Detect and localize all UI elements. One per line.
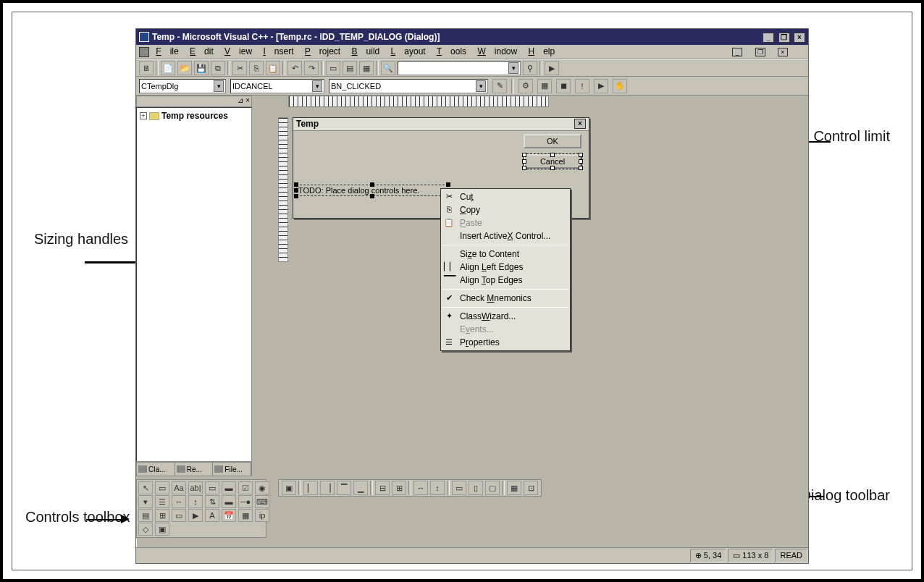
minimize-button[interactable]: _: [763, 33, 774, 43]
mdi-minimize-button[interactable]: _: [732, 48, 742, 56]
menu-build[interactable]: Build: [352, 46, 380, 56]
open-button[interactable]: 📂: [177, 61, 192, 75]
resource-tree[interactable]: + Temp resources: [136, 107, 252, 462]
tree-root-node[interactable]: + Temp resources: [140, 111, 248, 121]
menu-copy[interactable]: ⎘Copy: [441, 203, 570, 216]
mdi-system-icon[interactable]: [139, 47, 149, 57]
toolbox-combobox[interactable]: ▾: [138, 495, 153, 508]
output-button[interactable]: ▤: [343, 61, 357, 75]
save-button[interactable]: 💾: [194, 61, 209, 75]
undo-button[interactable]: ↶: [287, 61, 302, 75]
toolbox-spin[interactable]: ⇅: [205, 495, 219, 508]
paste-button[interactable]: 📋: [266, 61, 280, 75]
toolbox-tab[interactable]: ▭: [172, 509, 186, 522]
toolbox-list[interactable]: ▤: [138, 509, 153, 522]
same-size-button[interactable]: ▢: [485, 481, 500, 495]
menu-align-top[interactable]: ▔▔Align Top Edges: [441, 274, 570, 287]
find-button[interactable]: 🔍: [381, 61, 395, 75]
toolbox-checkbox[interactable]: ☑: [238, 481, 253, 494]
toolbox-ip[interactable]: ip: [255, 509, 269, 522]
new-text-button[interactable]: 🗎: [139, 61, 154, 75]
go-debug-button[interactable]: ▶: [594, 79, 608, 93]
cancel-button[interactable]: Cancel: [524, 154, 581, 169]
toggle-grid-button[interactable]: ▦: [507, 481, 521, 495]
menu-file[interactable]: File: [156, 46, 178, 56]
toolbox-picture[interactable]: ▭: [155, 481, 169, 494]
title-bar[interactable]: Temp - Microsoft Visual C++ - [Temp.rc -…: [136, 29, 808, 45]
horizontal-ruler[interactable]: [288, 96, 549, 107]
center-horz-button[interactable]: ⊞: [392, 481, 406, 495]
toolbox-custom[interactable]: ◇: [138, 523, 153, 536]
space-across-button[interactable]: ↔: [413, 481, 428, 495]
menu-project[interactable]: Project: [305, 46, 340, 56]
align-left-button[interactable]: ▏: [303, 481, 318, 495]
vertical-ruler[interactable]: [278, 117, 288, 262]
toolbox-listbox[interactable]: ☰: [155, 495, 169, 508]
menu-properties[interactable]: ☰Properties: [441, 336, 570, 349]
toolbox-vscroll[interactable]: ↕: [188, 495, 203, 508]
expand-icon[interactable]: +: [140, 112, 147, 119]
tab-resourceview[interactable]: Re...: [175, 463, 214, 476]
toolbox-button[interactable]: ▬: [222, 481, 236, 494]
dialog-titlebar[interactable]: Temp ×: [293, 118, 589, 131]
workspace-handle[interactable]: ⊿ ×: [136, 96, 252, 107]
execute-button[interactable]: !: [575, 79, 589, 93]
compile-button[interactable]: ⚙: [518, 79, 533, 93]
toolbox-animate[interactable]: ▶: [188, 509, 203, 522]
same-width-button[interactable]: ▭: [452, 481, 466, 495]
menu-check-mnemonics[interactable]: ✔Check Mnemonics: [441, 292, 570, 305]
menu-events[interactable]: Events...: [441, 323, 570, 336]
mdi-restore-button[interactable]: ❐: [755, 48, 765, 56]
build-button[interactable]: ▦: [537, 79, 552, 93]
toolbox-group[interactable]: ▭: [205, 481, 219, 494]
redo-button[interactable]: ↷: [304, 61, 319, 75]
align-top-button[interactable]: ▔: [337, 481, 351, 495]
toolbox-static[interactable]: Aa: [172, 481, 186, 494]
toolbox-hotkey[interactable]: ⌨: [255, 495, 269, 508]
toolbox-datetime[interactable]: 📅: [222, 509, 236, 522]
toolbox-slider[interactable]: ─●: [238, 495, 253, 508]
copy-button[interactable]: ⎘: [249, 61, 264, 75]
todo-static-text[interactable]: TODO: Place dialog controls here.: [296, 185, 448, 196]
go-button[interactable]: ▶: [545, 61, 559, 75]
menu-cut[interactable]: ✂Cut: [441, 190, 570, 203]
stopbuild-button[interactable]: ◼: [556, 79, 571, 93]
menu-layout[interactable]: Layout: [391, 46, 426, 56]
toolbox-edit[interactable]: ab|: [188, 481, 203, 494]
toolbox-month[interactable]: ▦: [238, 509, 253, 522]
menu-classwizard[interactable]: ✦ClassWizard...: [441, 310, 570, 323]
toolbox-richedit[interactable]: A: [205, 509, 219, 522]
wizard-action-button[interactable]: ✎: [492, 79, 507, 93]
align-right-button[interactable]: ▕: [320, 481, 335, 495]
message-combo[interactable]: BN_CLICKED ▾: [329, 79, 488, 93]
mdi-close-button[interactable]: ×: [778, 48, 788, 56]
new-button[interactable]: 📄: [161, 61, 175, 75]
space-down-button[interactable]: ↕: [430, 481, 445, 495]
center-vert-button[interactable]: ⊟: [375, 481, 390, 495]
tab-classview[interactable]: Cla...: [137, 463, 175, 476]
toolbox-radio[interactable]: ◉: [255, 481, 269, 494]
close-button[interactable]: ×: [794, 33, 805, 43]
find-in-files-button[interactable]: ⚲: [523, 61, 537, 75]
same-height-button[interactable]: ▯: [469, 481, 483, 495]
menu-insert[interactable]: Insert: [263, 46, 293, 56]
menu-size-to-content[interactable]: Size to Content: [441, 248, 570, 261]
align-bottom-button[interactable]: ▁: [353, 481, 368, 495]
menu-insert-activex[interactable]: Insert ActiveX Control...: [441, 229, 570, 242]
control-id-combo[interactable]: IDCANCEL ▾: [230, 79, 324, 93]
windowlist-button[interactable]: ▦: [359, 61, 374, 75]
toolbox-pointer[interactable]: ↖: [138, 481, 153, 494]
toolbox-progress[interactable]: ▬: [222, 495, 236, 508]
toolbox-hscroll[interactable]: ↔: [172, 495, 186, 508]
menu-help[interactable]: Help: [529, 46, 555, 56]
ok-button[interactable]: OK: [524, 134, 581, 148]
tab-fileview[interactable]: File...: [213, 463, 251, 476]
breakpoint-button[interactable]: ✋: [613, 79, 627, 93]
menu-tools[interactable]: Tools: [437, 46, 466, 56]
toolbox-tree[interactable]: ⊞: [155, 509, 169, 522]
find-combo[interactable]: ▾: [398, 61, 521, 75]
test-dialog-button[interactable]: ▣: [282, 481, 296, 495]
menu-view[interactable]: View: [224, 46, 252, 56]
menu-paste[interactable]: 📋Paste: [441, 216, 570, 229]
toggle-guides-button[interactable]: ⊡: [524, 481, 538, 495]
